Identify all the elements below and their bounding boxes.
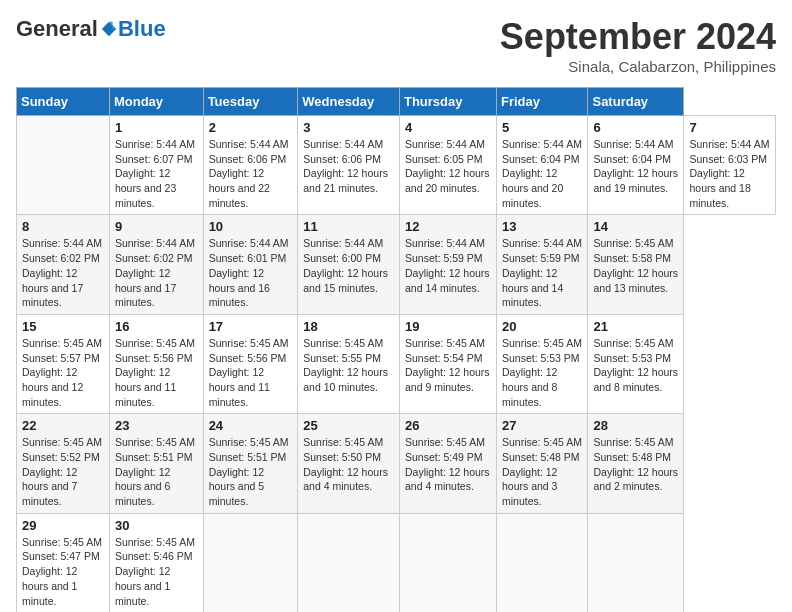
day-number: 13 <box>502 219 582 234</box>
day-number: 28 <box>593 418 678 433</box>
logo-blue-text: Blue <box>118 16 166 42</box>
calendar-cell: 20Sunrise: 5:45 AMSunset: 5:53 PMDayligh… <box>496 314 587 413</box>
day-number: 10 <box>209 219 293 234</box>
calendar-cell: 26Sunrise: 5:45 AMSunset: 5:49 PMDayligh… <box>399 414 496 513</box>
day-number: 21 <box>593 319 678 334</box>
column-header-sunday: Sunday <box>17 88 110 116</box>
day-info: Sunrise: 5:45 AMSunset: 5:53 PMDaylight:… <box>502 336 582 409</box>
day-number: 25 <box>303 418 394 433</box>
calendar-cell: 1Sunrise: 5:44 AMSunset: 6:07 PMDaylight… <box>109 116 203 215</box>
calendar-cell: 15Sunrise: 5:45 AMSunset: 5:57 PMDayligh… <box>17 314 110 413</box>
title-block: September 2024 Sinala, Calabarzon, Phili… <box>500 16 776 75</box>
week-row-2: 8Sunrise: 5:44 AMSunset: 6:02 PMDaylight… <box>17 215 776 314</box>
calendar-body: 1Sunrise: 5:44 AMSunset: 6:07 PMDaylight… <box>17 116 776 613</box>
calendar-cell: 4Sunrise: 5:44 AMSunset: 6:05 PMDaylight… <box>399 116 496 215</box>
day-info: Sunrise: 5:45 AMSunset: 5:56 PMDaylight:… <box>209 336 293 409</box>
logo: General Blue <box>16 16 166 42</box>
column-header-saturday: Saturday <box>588 88 684 116</box>
calendar-cell: 23Sunrise: 5:45 AMSunset: 5:51 PMDayligh… <box>109 414 203 513</box>
calendar-cell: 30Sunrise: 5:45 AMSunset: 5:46 PMDayligh… <box>109 513 203 612</box>
calendar-cell: 21Sunrise: 5:45 AMSunset: 5:53 PMDayligh… <box>588 314 684 413</box>
day-info: Sunrise: 5:44 AMSunset: 6:01 PMDaylight:… <box>209 236 293 309</box>
logo-icon <box>100 20 118 38</box>
day-number: 27 <box>502 418 582 433</box>
day-info: Sunrise: 5:44 AMSunset: 6:04 PMDaylight:… <box>502 137 582 210</box>
day-info: Sunrise: 5:45 AMSunset: 5:58 PMDaylight:… <box>593 236 678 295</box>
calendar-cell: 5Sunrise: 5:44 AMSunset: 6:04 PMDaylight… <box>496 116 587 215</box>
day-number: 2 <box>209 120 293 135</box>
column-header-tuesday: Tuesday <box>203 88 298 116</box>
day-number: 15 <box>22 319 104 334</box>
day-number: 8 <box>22 219 104 234</box>
day-number: 23 <box>115 418 198 433</box>
column-header-friday: Friday <box>496 88 587 116</box>
calendar-cell: 22Sunrise: 5:45 AMSunset: 5:52 PMDayligh… <box>17 414 110 513</box>
day-info: Sunrise: 5:45 AMSunset: 5:47 PMDaylight:… <box>22 535 104 608</box>
day-info: Sunrise: 5:44 AMSunset: 6:00 PMDaylight:… <box>303 236 394 295</box>
day-info: Sunrise: 5:44 AMSunset: 6:02 PMDaylight:… <box>22 236 104 309</box>
calendar-cell: 13Sunrise: 5:44 AMSunset: 5:59 PMDayligh… <box>496 215 587 314</box>
logo-general-text: General <box>16 16 98 42</box>
calendar-cell: 28Sunrise: 5:45 AMSunset: 5:48 PMDayligh… <box>588 414 684 513</box>
week-row-1: 1Sunrise: 5:44 AMSunset: 6:07 PMDaylight… <box>17 116 776 215</box>
column-header-monday: Monday <box>109 88 203 116</box>
calendar-cell <box>588 513 684 612</box>
day-info: Sunrise: 5:45 AMSunset: 5:51 PMDaylight:… <box>115 435 198 508</box>
day-number: 4 <box>405 120 491 135</box>
day-number: 19 <box>405 319 491 334</box>
calendar-cell: 27Sunrise: 5:45 AMSunset: 5:48 PMDayligh… <box>496 414 587 513</box>
day-number: 7 <box>689 120 770 135</box>
day-info: Sunrise: 5:45 AMSunset: 5:49 PMDaylight:… <box>405 435 491 494</box>
calendar-cell: 24Sunrise: 5:45 AMSunset: 5:51 PMDayligh… <box>203 414 298 513</box>
page-header: General Blue September 2024 Sinala, Cala… <box>16 16 776 75</box>
calendar-cell: 10Sunrise: 5:44 AMSunset: 6:01 PMDayligh… <box>203 215 298 314</box>
calendar-cell: 18Sunrise: 5:45 AMSunset: 5:55 PMDayligh… <box>298 314 400 413</box>
calendar-cell: 12Sunrise: 5:44 AMSunset: 5:59 PMDayligh… <box>399 215 496 314</box>
calendar-cell: 8Sunrise: 5:44 AMSunset: 6:02 PMDaylight… <box>17 215 110 314</box>
calendar-cell: 19Sunrise: 5:45 AMSunset: 5:54 PMDayligh… <box>399 314 496 413</box>
day-number: 17 <box>209 319 293 334</box>
day-info: Sunrise: 5:45 AMSunset: 5:46 PMDaylight:… <box>115 535 198 608</box>
day-info: Sunrise: 5:44 AMSunset: 6:04 PMDaylight:… <box>593 137 678 196</box>
day-number: 30 <box>115 518 198 533</box>
day-number: 14 <box>593 219 678 234</box>
day-info: Sunrise: 5:45 AMSunset: 5:48 PMDaylight:… <box>593 435 678 494</box>
day-number: 24 <box>209 418 293 433</box>
calendar-cell: 25Sunrise: 5:45 AMSunset: 5:50 PMDayligh… <box>298 414 400 513</box>
day-info: Sunrise: 5:45 AMSunset: 5:53 PMDaylight:… <box>593 336 678 395</box>
calendar-table: SundayMondayTuesdayWednesdayThursdayFrid… <box>16 87 776 612</box>
day-number: 6 <box>593 120 678 135</box>
day-info: Sunrise: 5:44 AMSunset: 6:05 PMDaylight:… <box>405 137 491 196</box>
calendar-cell <box>17 116 110 215</box>
calendar-header-row: SundayMondayTuesdayWednesdayThursdayFrid… <box>17 88 776 116</box>
day-info: Sunrise: 5:44 AMSunset: 6:06 PMDaylight:… <box>303 137 394 196</box>
day-info: Sunrise: 5:44 AMSunset: 6:03 PMDaylight:… <box>689 137 770 210</box>
day-number: 5 <box>502 120 582 135</box>
calendar-cell <box>203 513 298 612</box>
calendar-cell <box>399 513 496 612</box>
day-number: 11 <box>303 219 394 234</box>
day-number: 9 <box>115 219 198 234</box>
day-number: 26 <box>405 418 491 433</box>
calendar-cell: 16Sunrise: 5:45 AMSunset: 5:56 PMDayligh… <box>109 314 203 413</box>
calendar-cell: 29Sunrise: 5:45 AMSunset: 5:47 PMDayligh… <box>17 513 110 612</box>
day-info: Sunrise: 5:44 AMSunset: 5:59 PMDaylight:… <box>405 236 491 295</box>
day-info: Sunrise: 5:45 AMSunset: 5:48 PMDaylight:… <box>502 435 582 508</box>
day-info: Sunrise: 5:44 AMSunset: 6:06 PMDaylight:… <box>209 137 293 210</box>
day-number: 20 <box>502 319 582 334</box>
week-row-4: 22Sunrise: 5:45 AMSunset: 5:52 PMDayligh… <box>17 414 776 513</box>
day-info: Sunrise: 5:45 AMSunset: 5:51 PMDaylight:… <box>209 435 293 508</box>
day-info: Sunrise: 5:45 AMSunset: 5:55 PMDaylight:… <box>303 336 394 395</box>
calendar-cell: 9Sunrise: 5:44 AMSunset: 6:02 PMDaylight… <box>109 215 203 314</box>
day-info: Sunrise: 5:45 AMSunset: 5:50 PMDaylight:… <box>303 435 394 494</box>
calendar-cell <box>496 513 587 612</box>
calendar-cell: 11Sunrise: 5:44 AMSunset: 6:00 PMDayligh… <box>298 215 400 314</box>
day-info: Sunrise: 5:45 AMSunset: 5:56 PMDaylight:… <box>115 336 198 409</box>
day-number: 29 <box>22 518 104 533</box>
calendar-subtitle: Sinala, Calabarzon, Philippines <box>500 58 776 75</box>
day-number: 18 <box>303 319 394 334</box>
week-row-3: 15Sunrise: 5:45 AMSunset: 5:57 PMDayligh… <box>17 314 776 413</box>
day-info: Sunrise: 5:44 AMSunset: 6:02 PMDaylight:… <box>115 236 198 309</box>
column-header-thursday: Thursday <box>399 88 496 116</box>
calendar-cell: 6Sunrise: 5:44 AMSunset: 6:04 PMDaylight… <box>588 116 684 215</box>
